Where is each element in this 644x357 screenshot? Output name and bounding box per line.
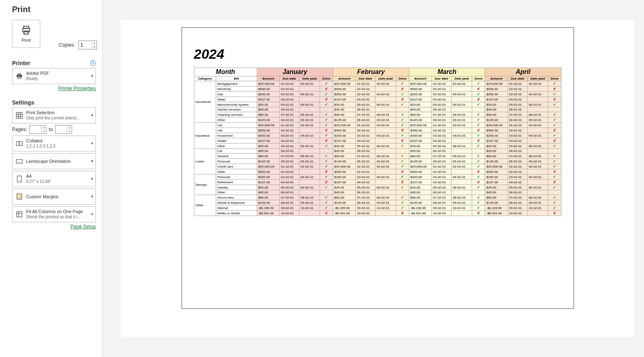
paper-size-select[interactable]: A48.27" x 11.69" ▼ bbox=[12, 171, 96, 187]
pages-label: Pages: bbox=[12, 127, 27, 132]
chevron-down-icon: ▼ bbox=[89, 142, 95, 146]
year-title: 2024 bbox=[194, 46, 561, 62]
print-panel: Print Print Copies: ▲▼ Printeri Adobe PD… bbox=[0, 0, 103, 357]
print-area-select[interactable]: Print SelectionOnly print the current se… bbox=[12, 107, 96, 123]
chevron-up-icon[interactable]: ▲ bbox=[92, 41, 97, 45]
fit-columns-icon bbox=[15, 210, 23, 218]
copies-row: Copies: ▲▼ bbox=[59, 41, 97, 49]
page-setup-link[interactable]: Page Setup bbox=[12, 224, 96, 230]
preview-page: 2024 MonthJanuaryFebruaryMarchAprilCateg… bbox=[182, 27, 574, 309]
print-preview: 2024 MonthJanuaryFebruaryMarchAprilCateg… bbox=[121, 20, 634, 337]
collate-select[interactable]: Collated1,2,3 1,2,3 1,2,3 ▼ bbox=[12, 135, 96, 152]
print-button-label: Print bbox=[22, 38, 31, 43]
svg-rect-5 bbox=[18, 77, 21, 78]
printer-name: Adobe PDF bbox=[26, 70, 89, 76]
printer-heading: Printeri bbox=[12, 60, 96, 66]
printer-status: Ready bbox=[26, 76, 89, 82]
svg-rect-11 bbox=[17, 142, 20, 146]
printer-properties-link[interactable]: Printer Properties bbox=[12, 86, 96, 91]
printer-select[interactable]: Adobe PDFReady ▼ bbox=[12, 68, 96, 84]
chevron-down-icon: ▼ bbox=[89, 74, 95, 78]
scaling-select[interactable]: Fit All Columns on One PageShrink the pr… bbox=[12, 206, 96, 222]
copies-input[interactable]: ▲▼ bbox=[78, 41, 97, 49]
print-button[interactable]: Print bbox=[12, 20, 40, 48]
info-icon[interactable]: i bbox=[90, 60, 96, 66]
copies-label: Copies: bbox=[59, 42, 75, 48]
svg-rect-13 bbox=[17, 160, 23, 163]
bills-table: MonthJanuaryFebruaryMarchAprilCategoryBi… bbox=[194, 68, 561, 216]
svg-rect-12 bbox=[19, 142, 23, 146]
svg-rect-14 bbox=[17, 176, 21, 182]
margins-select[interactable]: ★ Custom Margins ▼ bbox=[12, 189, 96, 205]
chevron-down-icon: ▼ bbox=[89, 113, 95, 117]
page-icon bbox=[15, 175, 23, 183]
chevron-down-icon: ▼ bbox=[89, 159, 95, 163]
chevron-down-icon: ▼ bbox=[89, 212, 95, 216]
printer-icon bbox=[21, 25, 31, 35]
svg-text:★: ★ bbox=[19, 195, 21, 198]
pages-row: Pages: ▲▼ to ▲▼ bbox=[12, 125, 96, 134]
panel-title: Print bbox=[12, 5, 96, 14]
chevron-down-icon: ▼ bbox=[89, 195, 95, 199]
orientation-select[interactable]: Landscape Orientation ▼ bbox=[12, 153, 96, 169]
landscape-icon bbox=[15, 157, 23, 165]
chevron-down-icon: ▼ bbox=[89, 177, 95, 181]
svg-rect-4 bbox=[18, 73, 21, 74]
printer-icon bbox=[15, 72, 23, 80]
chevron-down-icon[interactable]: ▼ bbox=[92, 45, 97, 49]
margins-icon: ★ bbox=[15, 193, 23, 201]
collate-icon bbox=[15, 140, 23, 148]
settings-heading: Settings bbox=[12, 99, 96, 106]
pages-from-input[interactable]: ▲▼ bbox=[29, 125, 46, 134]
svg-rect-18 bbox=[17, 211, 22, 217]
svg-rect-6 bbox=[17, 113, 23, 119]
pages-to-input[interactable]: ▲▼ bbox=[55, 125, 72, 134]
grid-icon bbox=[15, 111, 23, 119]
